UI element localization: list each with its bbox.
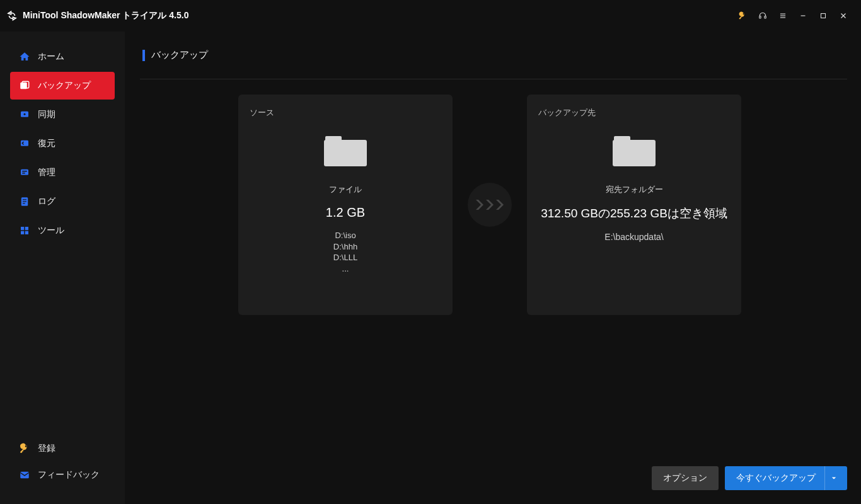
svg-rect-24 [25,231,28,234]
key-icon [19,443,30,454]
headset-icon[interactable] [753,6,773,26]
sidebar-item-sync[interactable]: 同期 [10,101,115,129]
svg-rect-18 [23,199,26,200]
svg-rect-15 [22,171,27,172]
tools-icon [19,225,30,236]
nav-list: ホーム バックアップ 同期 復元 管理 ログ [0,43,125,246]
sidebar-item-label: バックアップ [38,80,91,91]
svg-rect-6 [821,14,826,18]
close-icon[interactable] [833,6,853,26]
svg-rect-19 [23,201,26,202]
minimize-icon[interactable] [793,6,813,26]
sidebar-item-label: ツール [38,225,64,236]
title-bar-right [732,6,853,26]
source-size: 1.2 GB [326,205,365,220]
sync-icon [19,109,30,120]
key-icon[interactable] [732,6,753,26]
folder-icon [611,131,657,170]
backup-now-button-label: 今すぐバックアップ [736,472,816,484]
destination-type: 宛先フォルダー [606,184,663,195]
destination-space: 312.50 GBの255.23 GBは空き領域 [541,205,727,222]
feedback-link[interactable]: フィードバック [10,462,115,488]
log-icon [19,196,30,207]
title-bar: MiniTool ShadowMaker トライアル 4.5.0 [0,0,861,32]
restore-icon [19,138,30,149]
source-label: ソース [250,107,274,118]
sidebar-item-home[interactable]: ホーム [10,43,115,71]
title-bar-left: MiniTool ShadowMaker トライアル 4.5.0 [6,10,188,21]
destination-card[interactable]: バックアップ先 宛先フォルダー 312.50 GBの255.23 GBは空き領域… [527,94,741,315]
app-title: MiniTool ShadowMaker トライアル 4.5.0 [23,10,188,21]
chevron-down-icon[interactable] [824,466,842,490]
backup-icon [19,80,30,91]
sidebar-item-tools[interactable]: ツール [10,217,115,244]
sidebar-item-label: ホーム [38,51,64,62]
register-label: 登録 [38,443,55,454]
svg-rect-21 [21,227,24,230]
svg-rect-14 [21,169,28,175]
source-card[interactable]: ソース ファイル 1.2 GB D:\iso D:\hhh D:\LLL ... [238,94,453,315]
svg-rect-23 [21,231,24,234]
options-button-label: オプション [663,472,707,484]
divider [140,79,847,79]
svg-rect-29 [613,140,656,166]
svg-rect-1 [765,16,766,18]
mail-icon [19,469,30,481]
source-type: ファイル [329,184,362,195]
options-button[interactable]: オプション [652,466,719,490]
sidebar-item-label: ログ [38,196,55,207]
svg-rect-22 [25,227,28,230]
sidebar-item-label: 管理 [38,167,55,178]
sidebar-item-log[interactable]: ログ [10,188,115,215]
page-title: バックアップ [151,49,208,61]
sidebar-item-restore[interactable]: 復元 [10,130,115,158]
destination-path: E:\backupdata\ [604,232,663,242]
destination-label: バックアップ先 [538,107,596,118]
source-path: D:\hhh [333,241,357,253]
sidebar: ホーム バックアップ 同期 復元 管理 ログ [0,32,125,504]
sidebar-item-label: 復元 [38,138,55,149]
footer-actions: オプション 今すぐバックアップ [652,466,847,490]
backup-now-button[interactable]: 今すぐバックアップ [725,466,847,490]
manage-icon [19,167,30,178]
page-heading: バックアップ [142,49,847,61]
source-path: D:\LLL [333,252,357,263]
source-path-more: ... [333,263,357,275]
register-link[interactable]: 登録 [10,436,115,461]
sidebar-item-backup[interactable]: バックアップ [10,72,115,100]
svg-rect-16 [22,173,25,174]
source-paths: D:\iso D:\hhh D:\LLL ... [333,230,357,274]
app-logo-icon [6,10,18,21]
source-path: D:\iso [333,230,357,241]
feedback-label: フィードバック [38,469,100,481]
content-area: バックアップ ソース ファイル 1.2 GB D:\iso D:\hhh D:\… [125,32,861,504]
svg-point-12 [24,113,26,115]
arrow-icon [468,183,512,227]
maximize-icon[interactable] [813,6,833,26]
menu-icon[interactable] [773,6,793,26]
svg-rect-0 [760,16,761,18]
backup-cards-row: ソース ファイル 1.2 GB D:\iso D:\hhh D:\LLL ... [238,94,847,315]
svg-rect-20 [23,203,25,203]
sidebar-bottom: 登録 フィードバック [0,436,125,504]
home-icon [19,51,30,62]
svg-rect-27 [324,140,367,166]
sidebar-item-label: 同期 [38,109,55,120]
sidebar-item-manage[interactable]: 管理 [10,159,115,186]
folder-icon [323,131,368,170]
